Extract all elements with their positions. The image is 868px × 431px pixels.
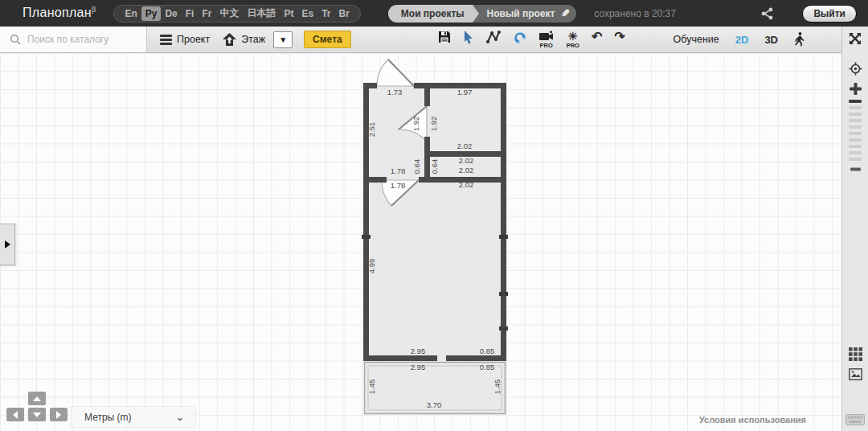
grid-icon: [849, 347, 862, 361]
mode-3d-button[interactable]: 3D: [764, 34, 778, 46]
dimension-label: 1.55: [498, 322, 507, 338]
dimension-label: 4.99: [367, 259, 376, 274]
dimension-label: 1.37: [498, 198, 507, 213]
fullscreen-button[interactable]: [849, 32, 862, 45]
zoom-slider[interactable]: [849, 100, 862, 161]
tool-icons-group: PRO ☀ PRO ↶ ↷: [438, 31, 625, 49]
search-input[interactable]: [27, 34, 140, 45]
keyboard-icon: [845, 414, 865, 425]
zoom-out-button[interactable]: [850, 167, 861, 171]
mode-2d-button[interactable]: 2D: [735, 34, 749, 46]
dimension-label: 0.85: [480, 363, 495, 371]
pan-left-button[interactable]: [6, 408, 24, 421]
pan-up-button[interactable]: [28, 392, 46, 405]
zoom-level-bar[interactable]: [849, 132, 862, 135]
estimate-button[interactable]: Смета: [304, 31, 351, 48]
dimension-label: 1.45: [493, 380, 502, 395]
save-button[interactable]: [438, 31, 451, 43]
right-sidebar: [841, 27, 868, 431]
materials-tool-button[interactable]: [513, 31, 526, 44]
render-tool-button[interactable]: PRO: [538, 31, 555, 49]
zoom-level-bar[interactable]: [849, 125, 862, 129]
catalog-expand-tab[interactable]: [0, 224, 15, 265]
project-menu-button[interactable]: Проект: [160, 34, 210, 45]
walkthrough-button[interactable]: [794, 32, 805, 47]
zoom-level-bar[interactable]: [849, 106, 862, 109]
dimension-label: 2.95: [411, 363, 426, 371]
dimension-label: 1.92: [429, 117, 438, 132]
project-breadcrumb: Мои проекты Новый проект ✎: [388, 5, 576, 23]
floor-up-icon: [223, 33, 236, 46]
walking-person-icon: [794, 32, 805, 47]
language-option[interactable]: Br: [334, 6, 353, 21]
polyline-icon: [486, 31, 501, 43]
language-option[interactable]: Ру: [141, 6, 162, 21]
pro-badge: PRO: [540, 43, 553, 49]
zoom-level-bar[interactable]: [849, 145, 862, 148]
language-option[interactable]: Pt: [280, 6, 297, 21]
toolbar: Проект Этаж ▼ Смета: [0, 27, 841, 53]
pan-right-button[interactable]: [50, 408, 68, 421]
grid-toggle-button[interactable]: [849, 347, 862, 361]
zoom-level-bar[interactable]: [849, 151, 862, 154]
zoom-level-bar[interactable]: [849, 138, 862, 142]
my-projects-button[interactable]: Мои проекты: [388, 5, 473, 23]
pan-down-button[interactable]: [28, 408, 46, 421]
undo-button[interactable]: ↶: [592, 31, 602, 43]
language-option[interactable]: Fi: [182, 6, 199, 21]
language-switcher: EnРуDeFiFr中文日本語PtEsTrBr: [113, 5, 360, 23]
zoom-level-bar[interactable]: [849, 100, 862, 103]
center-view-button[interactable]: [849, 62, 862, 76]
chevron-down-icon: ⌄: [176, 412, 184, 423]
plan-canvas[interactable]: 1.731.970.572.511.921.921.192.020.640.64…: [0, 53, 841, 431]
zoom-level-bar[interactable]: [849, 119, 862, 122]
language-option[interactable]: 中文: [215, 5, 243, 22]
up-arrow-icon: [33, 396, 41, 401]
dimension-label: 0.64: [430, 159, 439, 174]
fullscreen-icon: [849, 32, 862, 45]
edit-pencil-icon[interactable]: ✎: [561, 7, 570, 19]
zoom-level-bar[interactable]: [849, 113, 862, 116]
units-dropdown[interactable]: Метры (m) ⌄: [71, 406, 196, 428]
floor-menu-button[interactable]: Этаж: [223, 33, 265, 46]
down-arrow-icon: [33, 413, 41, 417]
pro-badge: PRO: [567, 43, 579, 49]
language-option[interactable]: Fr: [198, 6, 215, 21]
language-option[interactable]: Es: [297, 6, 317, 21]
redo-icon: ↷: [614, 31, 624, 43]
dimension-label: 1.60: [498, 244, 507, 260]
catalog-search[interactable]: [0, 27, 147, 52]
left-arrow-icon: [13, 411, 18, 419]
dimension-label: 0.85: [480, 347, 495, 355]
zoom-in-button[interactable]: [850, 83, 862, 95]
exit-button[interactable]: Выйти: [802, 5, 857, 23]
lighting-tool-button[interactable]: ☀ PRO: [567, 31, 579, 49]
floppy-icon: [438, 31, 451, 43]
sun-icon: ☀: [568, 31, 579, 42]
language-option[interactable]: En: [121, 6, 141, 21]
dimension-label: 3.70: [427, 400, 442, 409]
language-option[interactable]: Tr: [317, 6, 334, 21]
background-image-button[interactable]: [849, 368, 862, 380]
dimension-label: 2.02: [457, 142, 473, 150]
undo-icon: ↶: [592, 31, 602, 43]
language-option[interactable]: De: [161, 6, 181, 21]
hotkeys-button[interactable]: [845, 414, 865, 425]
share-icon[interactable]: [760, 6, 775, 21]
dimension-label: 1.73: [387, 88, 403, 96]
language-option[interactable]: 日本語: [243, 5, 280, 22]
redo-button[interactable]: ↷: [614, 31, 624, 43]
dimension-label: 1.19: [498, 121, 507, 136]
training-link[interactable]: Обучение: [674, 34, 719, 45]
terms-link[interactable]: Условия использования: [699, 415, 806, 425]
plus-icon: [850, 83, 862, 95]
saved-status: сохранено в 20:37: [594, 8, 676, 19]
project-name[interactable]: Новый проект ✎: [479, 5, 577, 23]
select-tool-button[interactable]: [463, 31, 474, 44]
floor-plan[interactable]: 1.731.970.572.511.921.921.192.020.640.64…: [0, 53, 841, 431]
zoom-level-bar[interactable]: [849, 158, 862, 161]
dimension-label: 2.02: [459, 166, 474, 174]
floor-dropdown-button[interactable]: ▼: [273, 31, 293, 48]
view-controls: Обучение 2D 3D: [674, 32, 841, 47]
wall-tool-button[interactable]: [486, 31, 501, 43]
